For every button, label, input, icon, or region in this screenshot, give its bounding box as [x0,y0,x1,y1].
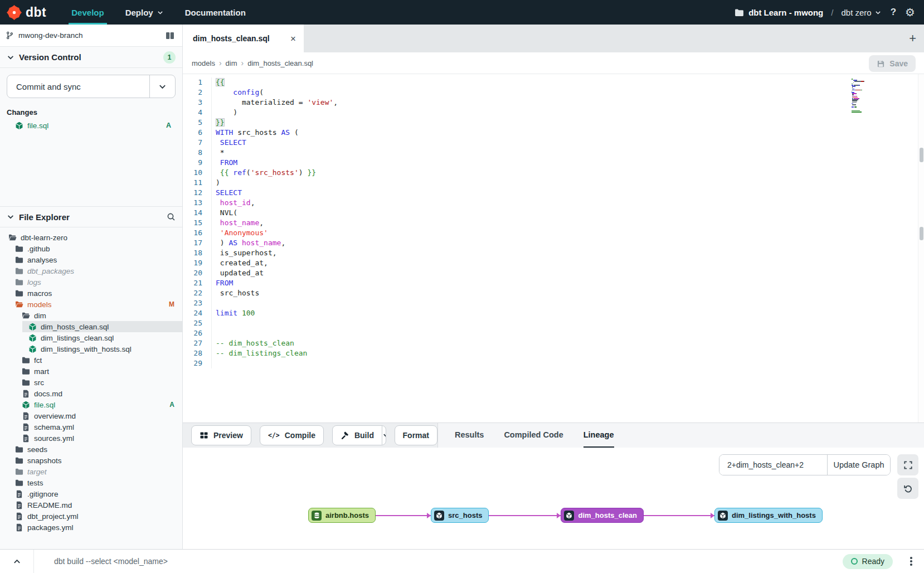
dbt-logo[interactable]: dbt [0,0,61,25]
tree-item-tests[interactable]: tests [0,477,182,488]
tab-results[interactable]: Results [455,423,484,448]
editor-minimap[interactable] [852,79,869,114]
nav-item-deploy[interactable]: Deploy [115,0,174,25]
preview-button[interactable]: Preview [191,425,251,445]
code-line[interactable]: 2 config( [183,88,924,98]
gear-icon[interactable]: ⚙ [905,7,915,18]
file-explorer-header[interactable]: File Explorer [0,206,182,227]
commit-and-sync-button[interactable]: Commit and sync [7,75,176,98]
help-icon[interactable]: ? [889,7,897,18]
breadcrumb-models[interactable]: models [192,59,215,67]
fullscreen-button[interactable] [897,454,918,475]
code-line[interactable]: 7 SELECT [183,138,924,148]
tree-item-dim[interactable]: dim [0,310,182,321]
tree-item-overview-md[interactable]: overview.md [0,410,182,421]
environment-switcher[interactable]: dbt zero [841,8,881,17]
tree-item-file-sql[interactable]: file.sqlA [0,399,182,410]
update-graph-button[interactable]: Update Graph [827,455,890,475]
tree-item-dbt-learn-zero[interactable]: dbt-learn-zero [0,232,182,243]
build-options-caret[interactable] [382,426,386,445]
tree-item-docs-md[interactable]: docs.md [0,388,182,399]
breadcrumb-file[interactable]: dim_hosts_clean.sql [247,59,313,67]
scrollbar-thumb[interactable] [920,148,923,162]
tree-item-schema-yml[interactable]: schema.yml [0,421,182,433]
tree-item-macros[interactable]: macros [0,288,182,299]
code-line[interactable]: 15 host_name, [183,218,924,228]
command-input[interactable]: dbt build --select <model_name> [34,557,843,566]
breadcrumb-dim[interactable]: dim [226,59,237,67]
code-line[interactable]: 6WITH src_hosts AS ( [183,128,924,138]
code-line[interactable]: 28-- dim_listings_clean [183,348,924,358]
project-switcher[interactable]: dbt Learn - mwong [735,8,823,17]
tree-item-analyses[interactable]: analyses [0,254,182,265]
code-line[interactable]: 21FROM [183,278,924,288]
nav-item-develop[interactable]: Develop [61,0,114,25]
branch-row[interactable]: mwong-dev-branch [0,25,182,47]
code-line[interactable]: 14 NVL( [183,208,924,218]
lineage-node-dim-hosts-clean[interactable]: dim_hosts_clean [561,508,644,523]
nav-item-documentation[interactable]: Documentation [174,0,256,25]
changed-file-row[interactable]: file.sql A [0,119,182,132]
tree-item-target[interactable]: target [0,466,182,477]
tree-item-readme-md[interactable]: README.md [0,499,182,511]
version-control-header[interactable]: Version Control 1 [0,47,182,68]
code-editor[interactable]: 1{{2 config(3 materialized = 'view',4 )5… [183,74,924,423]
tree-item-dbt-packages[interactable]: dbt_packages [0,265,182,276]
tree-item-fct[interactable]: fct [0,355,182,366]
editor-tab-dim-hosts-clean[interactable]: dim_hosts_clean.sql × [183,25,304,52]
tree-item--github[interactable]: .github [0,243,182,254]
kebab-menu-icon[interactable] [903,557,920,566]
tree-item-sources-yml[interactable]: sources.yml [0,433,182,444]
code-line[interactable]: 11) [183,178,924,188]
tree-item-models[interactable]: modelsM [0,299,182,310]
tree-item-seeds[interactable]: seeds [0,444,182,455]
tree-item-dim-listings-with-hosts-sql[interactable]: dim_listings_with_hosts.sql [0,343,182,355]
command-bar-toggle[interactable] [0,550,34,573]
tree-item-dbt-project-yml[interactable]: dbt_project.yml [0,511,182,522]
code-line[interactable]: 27-- dim_hosts_clean [183,338,924,348]
code-line[interactable]: 1{{ [183,77,924,88]
code-line[interactable]: 4 ) [183,108,924,118]
tree-item--gitignore[interactable]: .gitignore [0,488,182,499]
search-icon[interactable] [167,212,176,221]
code-line[interactable]: 29 [183,358,924,368]
lineage-selector-input[interactable] [719,455,827,475]
lineage-node-src-hosts[interactable]: src_hosts [431,508,489,523]
code-line[interactable]: 26 [183,328,924,338]
commit-options-caret[interactable] [149,75,175,98]
reset-graph-button[interactable] [897,478,918,499]
tree-item-logs[interactable]: logs [0,276,182,288]
lineage-node-airbnb-hosts[interactable]: airbnb.hosts [308,508,376,523]
code-line[interactable]: 16 'Anonymous' [183,228,924,238]
tab-compiled-code[interactable]: Compiled Code [504,423,563,448]
code-line[interactable]: 22 src_hosts [183,288,924,298]
code-line[interactable]: 10 {{ ref('src_hosts') }} [183,168,924,178]
code-line[interactable]: 13 host_id, [183,198,924,208]
code-line[interactable]: 18 is_superhost, [183,248,924,258]
tree-item-snapshots[interactable]: snapshots [0,455,182,466]
tree-item-dim-hosts-clean-sql[interactable]: dim_hosts_clean.sql [22,321,182,332]
code-line[interactable]: 20 updated_at [183,268,924,278]
code-line[interactable]: 12SELECT [183,188,924,198]
code-line[interactable]: 17 ) AS host_name, [183,238,924,248]
code-line[interactable]: 8 * [183,148,924,158]
tree-item-packages-yml[interactable]: packages.yml [0,522,182,533]
docs-panel-icon[interactable] [166,32,174,40]
new-tab-button[interactable]: + [909,25,916,52]
tree-item-mart[interactable]: mart [0,366,182,377]
code-line[interactable]: 3 materialized = 'view', [183,98,924,108]
lineage-node-dim-listings-with-hosts[interactable]: dim_listings_with_hosts [714,508,823,523]
editor-scrollbar[interactable] [918,74,924,423]
save-button[interactable]: Save [869,55,916,72]
close-icon[interactable]: × [290,34,296,43]
code-line[interactable]: 19 created_at, [183,258,924,268]
code-line[interactable]: 5}} [183,118,924,128]
tree-item-dim-listings-clean-sql[interactable]: dim_listings_clean.sql [0,332,182,343]
scrollbar-thumb[interactable] [920,227,923,240]
build-button[interactable]: Build [333,426,382,445]
tab-lineage[interactable]: Lineage [583,423,614,448]
tree-item-src[interactable]: src [0,377,182,388]
code-line[interactable]: 9 FROM [183,158,924,168]
compile-button[interactable]: </> Compile [260,425,324,445]
code-line[interactable]: 25 [183,318,924,328]
